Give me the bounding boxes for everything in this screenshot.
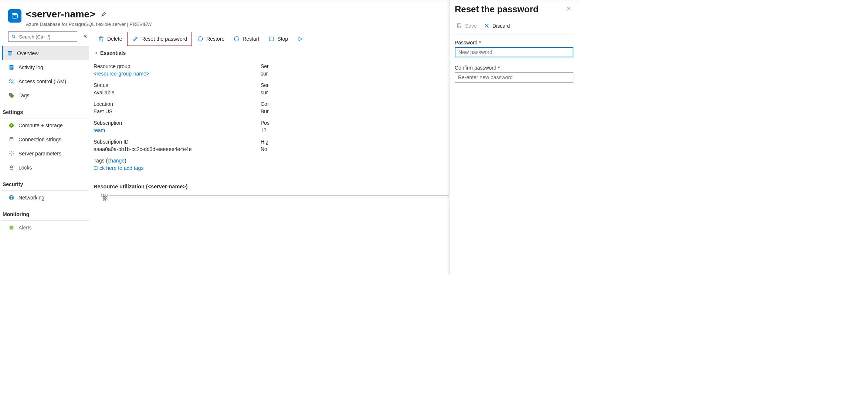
sidebar-item-label: Access control (IAM) [18,78,66,84]
tags-icon [8,92,15,99]
sidebar-item-compute-storage[interactable]: Compute + storage [2,118,89,132]
subscription-id-value: aaaa0a0a-bb1b-cc2c-dd3d-eeeeee4e4e4e [94,146,246,152]
resource-group-link[interactable]: <resource-group-name> [94,71,246,77]
edit-icon [132,36,139,42]
stop-button[interactable]: Stop [264,31,292,46]
button-label: Restart [243,36,259,42]
svg-rect-8 [10,67,13,67]
svg-marker-22 [299,37,302,41]
location-value: East US [94,108,246,114]
svg-point-15 [11,153,12,154]
delete-button[interactable]: Delete [94,31,126,46]
button-label: Reset the password [141,36,187,42]
svg-rect-21 [269,37,274,41]
essentials-label: Essentials [100,50,126,56]
subscription-id-label: Subscription ID [94,139,246,145]
sidebar-item-overview[interactable]: Overview [2,46,89,60]
compute-icon [8,122,15,129]
sidebar-item-label: Locks [18,165,32,171]
required-indicator: * [479,40,481,46]
subscription-label: Subscription [94,120,246,126]
search-icon [11,34,16,39]
close-icon [484,23,490,29]
status-label: Status [94,82,246,88]
save-button[interactable]: Save [454,21,479,30]
trash-icon [98,36,105,42]
sidebar-item-label: Activity log [18,64,43,70]
lock-icon [8,164,15,171]
resource-group-label: Resource group [94,63,246,69]
sidebar-item-tags[interactable]: Tags [2,88,89,103]
restore-icon [197,36,204,42]
page-subtitle: Azure Database for PostgreSQL flexible s… [26,21,152,27]
page-title: <server-name> [26,9,95,20]
people-icon [8,78,15,85]
sidebar-item-label: Compute + storage [18,122,62,128]
svg-point-3 [12,35,14,37]
restart-icon [233,36,240,42]
subscription-link[interactable]: team [94,127,246,133]
restart-button[interactable]: Restart [229,31,264,46]
button-label: Restore [206,36,224,42]
button-label: Save [465,23,477,29]
sidebar-item-alerts[interactable]: Alerts [2,221,89,235]
button-label: Delete [107,36,122,42]
activity-log-icon [8,64,15,71]
svg-rect-7 [10,66,13,67]
tags-change-link[interactable]: change [108,158,125,164]
sidebar-item-locks[interactable]: Locks [2,161,89,175]
gear-icon [8,150,15,157]
sidebar-group-monitoring: Monitoring [2,211,89,217]
restore-button[interactable]: Restore [193,31,229,46]
confirm-password-input[interactable] [455,72,573,83]
sidebar-item-label: Networking [18,195,44,201]
svg-line-4 [14,37,16,38]
sidebar-item-connection-strings[interactable]: Connection strings [2,132,89,147]
svg-rect-16 [10,167,13,169]
chevron-up-icon [94,50,98,56]
sidebar-item-label: Alerts [18,225,32,231]
sidebar-item-access-control[interactable]: Access control (IAM) [2,74,89,88]
search-input[interactable] [18,34,74,40]
button-label: Discard [492,23,510,29]
button-label: Stop [277,36,288,42]
y-axis-tick: 100 [97,193,108,198]
password-input[interactable] [455,47,573,57]
svg-point-14 [10,137,13,138]
globe-icon [8,194,15,201]
pin-icon[interactable] [100,11,106,18]
sidebar-item-label: Tags [18,93,30,98]
svg-rect-20 [10,226,14,230]
tags-label: Tags (change) [94,158,246,164]
password-label: Password * [455,40,573,46]
alerts-icon [8,224,15,231]
play-icon [297,36,304,42]
required-indicator: * [498,65,500,71]
sidebar-item-activity-log[interactable]: Activity log [2,60,89,74]
location-label: Location [94,101,246,107]
add-tags-link[interactable]: Click here to add tags [94,165,246,171]
sidebar-item-label: Overview [17,50,38,56]
svg-point-0 [12,13,18,15]
connection-icon [8,136,15,143]
sidebar-group-security: Security [2,181,89,187]
postgresql-server-icon [8,9,21,23]
sidebar-group-settings: Settings [2,109,89,115]
confirm-password-label: Confirm password * [455,65,573,71]
save-icon [456,23,462,29]
reset-password-button[interactable]: Reset the password [127,32,192,46]
sidebar-item-server-parameters[interactable]: Server parameters [2,147,89,161]
collapse-sidebar-icon[interactable] [81,32,89,41]
sidebar-item-networking[interactable]: Networking [2,191,89,205]
svg-rect-9 [10,68,12,68]
sidebar: Overview Activity log Access control (IA… [0,31,89,235]
status-value: Available [94,90,246,95]
close-icon[interactable] [564,4,573,14]
database-icon [7,50,13,57]
discard-button[interactable]: Discard [481,21,512,30]
stop-icon [268,36,275,42]
panel-title: Reset the password [455,4,539,14]
search-box[interactable] [8,31,77,42]
svg-point-11 [12,80,13,81]
start-button[interactable] [292,31,304,46]
